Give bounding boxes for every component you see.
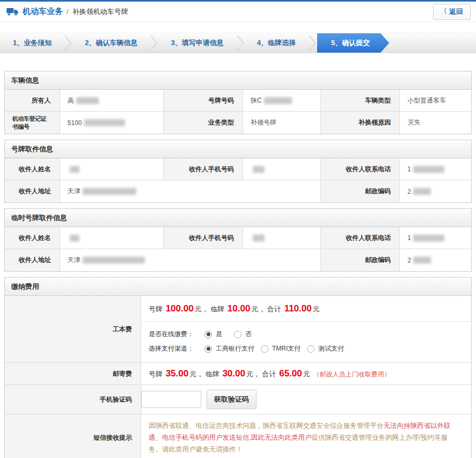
pay-channel-option-line: 选择支付渠道： 工商银行支付 TMRI支付 测试支付	[149, 341, 471, 356]
field-value: 小型普通客车	[400, 90, 471, 111]
field-value	[243, 158, 321, 180]
step-bar: 1、业务须知 2、确认车辆信息 3、填写申请信息 4、临牌选择 5、确认提交	[0, 33, 476, 53]
redacted-value	[253, 166, 265, 173]
field-label: 收件人联系电话	[321, 158, 400, 180]
mail-fee-note: （邮政人员上门收取费用）	[313, 370, 391, 378]
radio-channel-tmri[interactable]	[261, 345, 268, 353]
plate-mail-fee-amount: 35.00	[165, 368, 190, 379]
breadcrumb-current: 补换领机动车号牌	[72, 7, 128, 17]
radio-channel-icbc[interactable]	[204, 345, 212, 353]
field-value: 高	[60, 90, 164, 111]
truck-icon	[6, 8, 19, 16]
table-row: 收件人姓名 收件人手机号码 收件人联系电话 1	[5, 158, 471, 180]
field-label: 收件人联系电话	[321, 227, 400, 249]
total-mail-fee-amount: 65.00	[278, 368, 303, 379]
redacted-value	[413, 257, 431, 264]
radio-label[interactable]: 测试支付	[318, 344, 344, 353]
radio-label[interactable]: 是	[216, 330, 222, 339]
table-row: 收件人姓名 收件人手机号码 收件人联系电话 1	[5, 227, 471, 249]
field-value	[243, 227, 321, 249]
field-value: 天津	[60, 249, 321, 271]
plate-fee-amount: 100.00	[165, 303, 195, 314]
field-label: 车辆类型	[321, 90, 400, 111]
field-label: 收件人姓名	[5, 227, 60, 249]
field-value: 补领号牌	[243, 112, 321, 134]
tab-step-5-confirm-submit[interactable]: 5、确认提交	[317, 33, 389, 53]
tab-step-4[interactable]: 4、临牌选择	[244, 33, 309, 53]
radio-label[interactable]: 否	[245, 330, 252, 339]
redacted-value	[83, 188, 136, 195]
vehicle-info-section: 车辆信息 所有人 高 号牌号码 陕C 车辆类型 小型普通客车 机动车登记证书编号…	[4, 71, 472, 134]
field-value	[60, 227, 164, 249]
field-label: 短信接收提示	[5, 415, 141, 458]
get-sms-code-button[interactable]: 获取验证码	[207, 390, 257, 409]
temp-plate-mail-fee-amount: 30.00	[221, 368, 246, 379]
field-label: 业务类型	[164, 112, 243, 134]
step-label: 5、确认提交	[331, 38, 370, 48]
step-separator-icon	[309, 33, 316, 53]
sms-notice-row: 短信接收提示 因陕西省联通、电信运营商技术问题，陕西省互联网交通安全综合服务管理…	[5, 415, 471, 458]
redacted-value	[413, 188, 431, 195]
page-header: 机动车业务 / 补换领机动车号牌 〈 返回	[0, 2, 476, 22]
table-row: 所有人 高 号牌号码 陕C 车辆类型 小型普通客车	[5, 90, 471, 112]
field-label: 收件人姓名	[5, 158, 60, 180]
redacted-value	[413, 166, 444, 173]
field-value: 灭失	[400, 112, 471, 134]
table-row: 机动车登记证书编号 5100 业务类型 补领号牌 补换领原因 灭失	[5, 112, 471, 134]
chevron-left-icon: 〈	[441, 6, 447, 17]
field-label: 邮政编码	[321, 180, 400, 202]
field-label: 收件人手机号码	[164, 227, 243, 249]
step-separator-icon	[150, 33, 158, 53]
field-label: 号牌号码	[164, 90, 243, 111]
radio-channel-test[interactable]	[307, 345, 314, 353]
sms-code-input[interactable]	[141, 391, 201, 408]
field-label: 收件人地址	[5, 249, 60, 271]
field-label: 邮政编码	[321, 249, 400, 271]
step-label: 4、临牌选择	[257, 38, 296, 48]
step-separator-icon	[64, 33, 72, 53]
back-button-label: 返回	[449, 7, 463, 17]
field-label: 手机验证码	[5, 385, 141, 414]
tab-step-2[interactable]: 2、确认车辆信息	[72, 33, 150, 53]
breadcrumb-separator: /	[67, 8, 69, 16]
redacted-value	[84, 119, 125, 126]
field-value: 陕C	[243, 90, 321, 111]
table-row: 收件人地址 天津 邮政编码 2	[5, 249, 471, 271]
field-value: 5100	[60, 112, 164, 134]
payment-options: 是否在线缴费： 是 否 选择支付渠道： 工商银行支付 TMRI支付 测试支付	[141, 321, 471, 362]
tab-step-3[interactable]: 3、填写申请信息	[158, 33, 236, 53]
redacted-value	[76, 97, 99, 104]
step-label: 1、业务须知	[13, 38, 52, 48]
back-button[interactable]: 〈 返回	[433, 4, 471, 20]
radio-online-no[interactable]	[234, 331, 241, 338]
field-label: 收件人地址	[5, 180, 60, 202]
section-title: 缴纳费用	[5, 278, 471, 296]
field-value: 因陕西省联通、电信运营商技术问题，陕西省互联网交通安全综合服务管理平台无法向持陕…	[141, 415, 471, 458]
production-fee-amounts: 号牌 100.00元， 临牌 10.00元， 合计 110.00元	[141, 296, 471, 321]
plate-pickup-section: 号牌取件信息 收件人姓名 收件人手机号码 收件人联系电话 1 收件人地址 天津 …	[4, 140, 472, 203]
page-title: 机动车业务	[23, 6, 63, 17]
step-separator-icon	[237, 33, 244, 53]
temp-plate-pickup-section: 临时号牌取件信息 收件人姓名 收件人手机号码 收件人联系电话 1 收件人地址 天…	[4, 208, 472, 272]
radio-label[interactable]: TMRI支付	[272, 344, 301, 353]
tab-step-1[interactable]: 1、业务须知	[0, 33, 64, 53]
table-row: 收件人地址 天津 邮政编码 2	[5, 180, 471, 202]
redacted-value	[264, 97, 292, 104]
step-label: 3、填写申请信息	[171, 38, 223, 48]
field-value: 1	[400, 158, 471, 180]
radio-label[interactable]: 工商银行支付	[216, 344, 254, 353]
redacted-value	[70, 235, 79, 242]
mail-fee-amounts: 号牌 35.00元， 临牌 30.00元， 合计 65.00元（邮政人员上门收取…	[149, 368, 391, 379]
mail-fee-row: 邮寄费 号牌 35.00元， 临牌 30.00元， 合计 65.00元（邮政人员…	[5, 363, 471, 385]
section-title: 车辆信息	[5, 71, 471, 90]
field-value: 2	[400, 180, 471, 202]
section-title: 临时号牌取件信息	[5, 209, 471, 227]
pay-channel-caption: 选择支付渠道：	[149, 344, 194, 353]
online-pay-option-line: 是否在线缴费： 是 否	[149, 327, 471, 341]
online-pay-caption: 是否在线缴费：	[149, 330, 194, 339]
field-value: 1	[400, 227, 471, 249]
radio-online-yes[interactable]	[204, 331, 212, 338]
production-fee-row: 工本费 号牌 100.00元， 临牌 10.00元， 合计 110.00元 是否…	[5, 296, 471, 363]
redacted-value	[83, 257, 145, 264]
field-label: 补换领原因	[321, 112, 400, 134]
